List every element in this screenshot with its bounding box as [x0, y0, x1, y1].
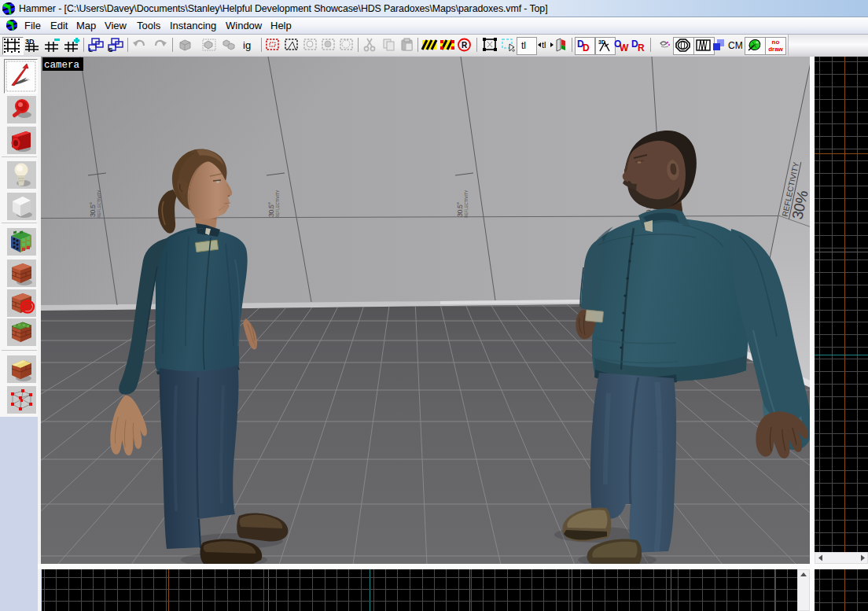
svg-text:R: R: [638, 42, 645, 53]
svg-text:W: W: [620, 42, 629, 53]
svg-text:D: D: [583, 42, 590, 53]
svg-text:tl: tl: [542, 40, 546, 50]
svg-text:CM: CM: [728, 40, 743, 51]
svg-text:camera: camera: [44, 60, 80, 71]
svg-text:ig: ig: [243, 39, 251, 51]
svg-text:tl: tl: [521, 40, 526, 51]
svg-text:L: L: [89, 46, 93, 53]
svg-text:R: R: [462, 41, 468, 50]
svg-text:3D: 3D: [25, 38, 35, 46]
svg-text:S: S: [108, 46, 113, 53]
